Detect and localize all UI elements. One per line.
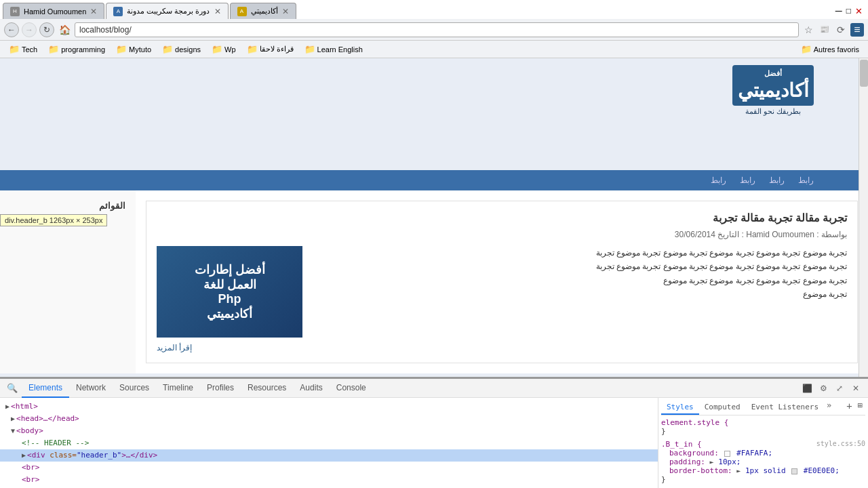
style-tab-computed[interactable]: Computed (699, 401, 746, 415)
bookmark-learn-english-label: Learn English (317, 45, 363, 54)
elem-html[interactable]: ▶<html> (0, 401, 658, 413)
devtools-search-icon[interactable]: 🔍 (5, 383, 19, 393)
folder-icon: 📁 (9, 44, 20, 54)
bookmark-mytuto-label: Mytuto (129, 45, 151, 54)
article-image: أفضل إطاراتالعمل للغةPhpأكاديميتي (157, 246, 302, 338)
style-add-icon[interactable]: + (844, 401, 854, 415)
elem-comment-header: <!-- HEADER --> (0, 437, 658, 449)
site-logo-image: أفضل أكاديميتي (732, 65, 814, 106)
devtools-settings-icon[interactable]: ⚙ (816, 382, 830, 395)
read-more-link[interactable]: إقرأ المزيد (157, 343, 192, 352)
tab-2-title: دورة برمجة سكريبت مدونة (127, 7, 210, 16)
nav-link-1[interactable]: رابط (711, 176, 726, 185)
history-icon[interactable]: ⟳ (834, 23, 848, 37)
bookmark-programming[interactable]: 📁 programming (45, 43, 108, 56)
bookmark-mytuto[interactable]: 📁 Mytuto (113, 43, 155, 56)
content-area: تجربة مقالة تجربة مقالة تجربة بواسطة : H… (136, 190, 868, 373)
tab-1-title: Hamid Oumoumen (24, 7, 86, 16)
article: تجربة مقالة تجربة مقالة تجربة بواسطة : H… (146, 201, 858, 363)
folder-icon: 📁 (801, 44, 812, 54)
style-tabs: Styles Computed Event Listeners » + ⊞ (661, 401, 865, 415)
forward-button[interactable]: → (22, 22, 37, 37)
elem-br2[interactable]: <br> (0, 474, 658, 486)
style-grid-icon[interactable]: ⊞ (855, 401, 865, 415)
close-btn[interactable]: ✕ (855, 6, 863, 16)
tab-3-favicon: A (237, 7, 247, 16)
logo-line1: أفضل (738, 69, 809, 78)
elem-body[interactable]: ▼<body> (0, 425, 658, 437)
devtools-tab-network[interactable]: Network (69, 379, 113, 398)
tab-bar: H Hamid Oumoumen ✕ A دورة برمجة سكريبت م… (0, 0, 868, 19)
elem-br1[interactable]: <br> (0, 462, 658, 474)
expand-icon-border[interactable]: ► (736, 467, 741, 474)
tab-3-close[interactable]: ✕ (282, 7, 289, 16)
bookmark-programming-label: programming (61, 45, 105, 54)
tooltip-text: div.header_b 1263px × 253px (5, 216, 102, 224)
tab-1-close[interactable]: ✕ (90, 7, 97, 16)
style-more-icon[interactable]: » (824, 401, 834, 415)
devtools-fullscreen-icon[interactable]: ⤢ (833, 382, 846, 395)
tab-2-close[interactable]: ✕ (214, 7, 221, 16)
devtools-tab-console[interactable]: Console (330, 379, 373, 398)
article-image-text: أفضل إطاراتالعمل للغةPhpأكاديميتي (188, 256, 272, 328)
devtools-tab-sources[interactable]: Sources (113, 379, 156, 398)
home-button[interactable]: 🏠 (57, 22, 72, 37)
expand-icon-padding[interactable]: ► (710, 458, 714, 466)
tab-1[interactable]: H Hamid Oumoumen ✕ (3, 3, 104, 19)
bookmark-icon[interactable]: ☆ (802, 23, 815, 37)
tab-3[interactable]: A أكاديميتي ✕ (230, 3, 296, 19)
scrollbar[interactable] (859, 58, 868, 377)
folder-icon: 📁 (48, 44, 59, 54)
elem-head[interactable]: ▶<head>…</head> (0, 413, 658, 425)
bookmark-read-later[interactable]: 📁 قراءة لاحقا (243, 43, 297, 56)
maximize-btn[interactable]: □ (846, 6, 851, 16)
back-button[interactable]: ← (4, 22, 19, 37)
style-val-padding: 10px; (718, 458, 741, 466)
style-val-bg: #FAFAFA; (736, 449, 772, 458)
tab-3-title: أكاديميتي (251, 7, 278, 16)
tab-2[interactable]: A دورة برمجة سكريبت مدونة ✕ (106, 3, 228, 19)
logo-main: أكاديميتي (738, 79, 809, 102)
sidebar-title: القوائم (10, 201, 125, 211)
bookmark-tech[interactable]: 📁 Tech (5, 43, 41, 56)
menu-icon[interactable]: ≡ (850, 23, 864, 37)
bookmark-autres-label: Autres favoris (814, 45, 859, 54)
style-prop-padding: padding: ► 10px; (661, 458, 865, 466)
devtools-close-icon[interactable]: ✕ (849, 382, 863, 395)
website: أفضل أكاديميتي بطريقك نحو القمة رابط راب… (0, 58, 868, 373)
nav-link-3[interactable]: رابط (769, 176, 785, 185)
devtools-body: ▶<html> ▶<head>…</head> ▼<body> <!-- HEA… (0, 398, 868, 488)
site-logo: أفضل أكاديميتي بطريقك نحو القمة (732, 65, 814, 116)
site-body: القوائم تجربة مقالة تجربة مقالة تجربة بو… (0, 190, 868, 373)
folder-icon: 📁 (212, 44, 222, 54)
devtools-tab-timeline[interactable]: Timeline (156, 379, 200, 398)
style-tab-styles[interactable]: Styles (661, 401, 699, 415)
bookmark-designs[interactable]: 📁 designs (159, 43, 204, 56)
bookmark-autres[interactable]: 📁 Autres favoris (797, 43, 863, 56)
style-prop-bg: background: #FAFAFA; (661, 449, 865, 458)
style-val-border: 1px solid (745, 466, 786, 475)
devtools-tab-elements[interactable]: Elements (22, 379, 69, 398)
folder-icon: 📁 (304, 44, 315, 54)
elem-header-b[interactable]: ▶<div class="header_b">…</div> (0, 449, 658, 462)
bookmark-wp[interactable]: 📁 Wp (208, 43, 239, 56)
site-header: أفضل أكاديميتي بطريقك نحو القمة (0, 58, 868, 170)
devtools-tab-profiles[interactable]: Profiles (200, 379, 241, 398)
bookmark-wp-label: Wp (224, 45, 236, 54)
reader-icon[interactable]: 📰 (818, 23, 831, 37)
minimize-btn[interactable]: ─ (835, 5, 842, 16)
bookmark-learn-english[interactable]: 📁 Learn English (301, 43, 366, 56)
address-bar[interactable]: localhost/blog/ (75, 22, 799, 37)
reload-button[interactable]: ↻ (39, 22, 54, 37)
devtools-dock-icon[interactable]: ⬛ (800, 382, 814, 395)
style-selector-btin: .B_t_in { (661, 440, 702, 449)
nav-link-4[interactable]: رابط (798, 176, 814, 185)
devtools-tab-resources[interactable]: Resources (241, 379, 293, 398)
article-content: تجربة موضوع تجربة موضوع تجربة موضوع تجرب… (157, 246, 847, 338)
bookmark-designs-label: designs (175, 45, 201, 54)
nav-link-2[interactable]: رابط (740, 176, 755, 185)
scrollbar-thumb[interactable] (860, 60, 868, 87)
style-tab-events[interactable]: Event Listeners (746, 401, 824, 415)
devtools-elements-panel: ▶<html> ▶<head>…</head> ▼<body> <!-- HEA… (0, 398, 658, 488)
devtools-tab-audits[interactable]: Audits (293, 379, 329, 398)
